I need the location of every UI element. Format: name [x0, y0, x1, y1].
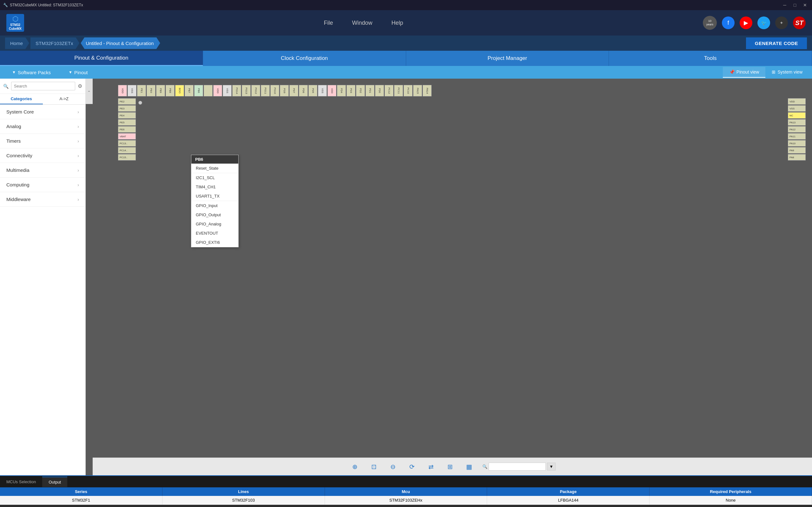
breadcrumb-home[interactable]: Home	[5, 38, 29, 49]
pin-PE3[interactable]: PE3	[118, 105, 136, 112]
pin-PA13[interactable]: PA13	[788, 119, 806, 125]
pin-PC15[interactable]: PC15..	[118, 154, 136, 160]
sidebar-item-connectivity[interactable]: Connectivity ›	[0, 149, 85, 163]
tab-tools[interactable]: Tools	[609, 51, 812, 66]
pin-PA14t[interactable]: PA14	[423, 85, 432, 96]
anniversary-icon[interactable]: 10years	[703, 16, 717, 30]
ctx-i2c1-scl[interactable]: I2C1_SCL	[191, 173, 238, 182]
pin-VSS-r[interactable]: VSS	[788, 105, 806, 112]
ctx-tim4-ch1[interactable]: TIM4_CH1	[191, 182, 238, 191]
pin-PG12[interactable]: PG12	[251, 85, 260, 96]
pin-VDD-t3[interactable]: VDD	[327, 85, 336, 96]
pin-PE5[interactable]: PE5	[118, 119, 136, 125]
zoom-in-button[interactable]: ⊕	[349, 461, 360, 472]
sidebar-item-computing[interactable]: Computing ›	[0, 178, 85, 192]
sub-tab-pinout[interactable]: ▼ Pinout	[60, 67, 96, 78]
pin-VSS-t2[interactable]: VSS	[223, 85, 232, 96]
pin-PC10[interactable]: PC10	[404, 85, 412, 96]
facebook-icon[interactable]: f	[722, 16, 734, 29]
pin-PD1[interactable]: PD1	[365, 85, 374, 96]
pin-PA10[interactable]: PA10	[788, 140, 806, 147]
pin-PA9[interactable]: PA9	[788, 147, 806, 154]
pin-PA15[interactable]: PA15	[413, 85, 422, 96]
ctx-usart1-tx[interactable]: USART1_TX	[191, 191, 238, 201]
pin-VBAT[interactable]: VBAT	[118, 133, 136, 139]
pin-PA11[interactable]: PA11	[788, 133, 806, 139]
pin-PA12[interactable]: PA12	[788, 126, 806, 132]
settings-icon[interactable]: ⚙	[78, 83, 82, 89]
pin-PD5[interactable]: PD5	[308, 85, 317, 96]
fit-view-button[interactable]: ⊡	[368, 461, 379, 472]
pin-PG9[interactable]: PG9	[280, 85, 289, 96]
pin-PC14[interactable]: PC14..	[118, 147, 136, 154]
pin-NC[interactable]: NC	[788, 112, 806, 119]
pin-PD0[interactable]: PD0	[375, 85, 384, 96]
ctx-gpio-analog[interactable]: GPIO_Analog	[191, 219, 238, 229]
pin-PC12[interactable]: PC12	[385, 85, 394, 96]
view-tab-system[interactable]: ⊞ System view	[765, 67, 809, 78]
pin-PB6[interactable]: PB6	[194, 85, 203, 96]
ctx-gpio-output[interactable]: GPIO_Output	[191, 210, 238, 219]
twitter-icon[interactable]: 🐦	[757, 16, 770, 29]
pin-PG13[interactable]: PG13	[242, 85, 251, 96]
pin-VSS-t1[interactable]: VSS	[128, 85, 137, 96]
pin-PE0[interactable]: PE0	[147, 85, 155, 96]
pin-PD6[interactable]: PD6	[299, 85, 308, 96]
minimize-button[interactable]: ─	[781, 1, 789, 9]
toolbar-search-dropdown[interactable]: ▼	[547, 463, 556, 470]
youtube-icon[interactable]: ▶	[740, 16, 752, 29]
pin-PB7[interactable]: PB7	[185, 85, 194, 96]
tab-clock-config[interactable]: Clock Configuration	[203, 51, 406, 66]
pin-PD7[interactable]: PD7	[289, 85, 298, 96]
pin-PE6[interactable]: PE6	[118, 126, 136, 132]
sidebar-item-timers[interactable]: Timers ›	[0, 134, 85, 149]
pin-PD2[interactable]: PD2	[356, 85, 365, 96]
bottom-tab-output[interactable]: Output	[42, 476, 67, 487]
pin-PD3[interactable]: PD3	[347, 85, 355, 96]
ctx-gpio-input[interactable]: GPIO_Input	[191, 201, 238, 210]
view-tab-pinout[interactable]: 📌 Pinout view	[723, 67, 766, 78]
flip-button[interactable]: ⇄	[425, 461, 437, 472]
pin-VDD-r[interactable]: VDD	[788, 98, 806, 105]
menu-file[interactable]: File	[324, 20, 333, 26]
ctx-reset-state[interactable]: Reset_State	[191, 164, 238, 173]
sidebar-item-middleware[interactable]: Middleware ›	[0, 192, 85, 207]
pin-PE2[interactable]: PE2	[118, 98, 136, 105]
search-input[interactable]	[11, 82, 75, 90]
network-icon[interactable]: ✦	[775, 16, 788, 29]
st-logo[interactable]: ST	[793, 16, 806, 29]
pin-VDD-t1[interactable]: VDD	[118, 85, 127, 96]
pin-PG14[interactable]: PG14	[232, 85, 241, 96]
grid-button[interactable]: ▦	[463, 461, 475, 472]
breadcrumb-mcu[interactable]: STM32F103ZETx	[31, 38, 79, 49]
menu-help[interactable]: Help	[392, 20, 403, 26]
sidebar-item-analog[interactable]: Analog ›	[0, 119, 85, 134]
pin-VSS-t3[interactable]: VSS	[318, 85, 327, 96]
pin-PG11[interactable]: PG11	[261, 85, 270, 96]
sub-tab-software-packs[interactable]: ▼ Software Packs	[3, 67, 60, 78]
split-button[interactable]: ⊞	[444, 461, 456, 472]
pin-PD4[interactable]: PD4	[337, 85, 346, 96]
pin-BOO[interactable]: BOO	[175, 85, 184, 96]
pin-PE4[interactable]: PE4	[118, 112, 136, 119]
maximize-button[interactable]: □	[791, 1, 799, 9]
pin-PC13[interactable]: PC13..	[118, 140, 136, 147]
pin-PG10[interactable]: PG10	[270, 85, 279, 96]
pin-PA8[interactable]: PA8	[788, 154, 806, 160]
sidebar-item-system-core[interactable]: System Core ›	[0, 105, 85, 119]
menu-window[interactable]: Window	[352, 20, 372, 26]
pin-PB9[interactable]: PB9	[156, 85, 165, 96]
pin-VDD-t2[interactable]: VDD	[213, 85, 222, 96]
pin-PB8[interactable]: PB8	[166, 85, 174, 96]
pin-x[interactable]	[204, 85, 213, 96]
breadcrumb-config[interactable]: Untitled - Pinout & Configuration	[81, 38, 160, 49]
tab-project-manager[interactable]: Project Manager	[406, 51, 609, 66]
sidebar-collapse-button[interactable]: ‹	[86, 79, 93, 104]
az-tab[interactable]: A->Z	[43, 94, 86, 104]
toolbar-search-input[interactable]	[489, 463, 546, 470]
ctx-eventout[interactable]: EVENTOUT	[191, 229, 238, 238]
tab-pinout-config[interactable]: Pinout & Configuration	[0, 51, 203, 66]
generate-code-button[interactable]: GENERATE CODE	[746, 38, 807, 49]
zoom-out-button[interactable]: ⊖	[387, 461, 399, 472]
ctx-gpio-exti6[interactable]: GPIO_EXTI6	[191, 238, 238, 247]
